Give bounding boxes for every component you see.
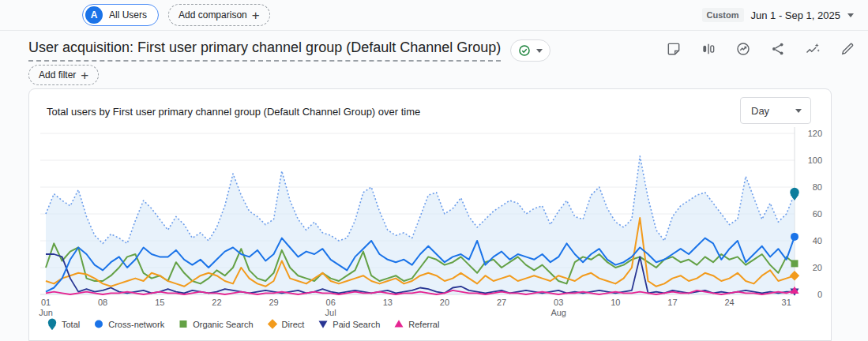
chevron-down-icon (847, 13, 854, 17)
x-axis-label: 13 (383, 298, 393, 307)
date-range-label: Jun 1 - Sep 1, 2025 (751, 9, 840, 21)
pin-icon (47, 318, 58, 330)
top-bar: A All Users Add comparison + Custom Jun … (0, 0, 868, 31)
x-axis-labels: 01Jun0815222906Jul13202703Aug10172431 (39, 298, 791, 317)
y-axis-label: 60 (813, 209, 822, 219)
comparison-icon[interactable] (701, 41, 716, 57)
x-axis-sublabel: Aug (550, 308, 566, 317)
chart-legend: TotalCross-networkOrganic SearchDirectPa… (47, 318, 439, 330)
legend-item-organic-search: Organic Search (178, 318, 253, 330)
report-status-badge[interactable] (510, 39, 550, 62)
audience-chip-label: All Users (109, 9, 147, 21)
date-range-picker[interactable]: Custom Jun 1 - Sep 1, 2025 (702, 8, 854, 22)
triangle-up-marker (395, 320, 404, 327)
time-series-chart: 02040608010012001Jun0815222906Jul1320270… (29, 124, 832, 320)
square-marker (791, 260, 798, 267)
add-comparison-label: Add comparison (178, 9, 247, 21)
report-header: User acquisition: First user primary cha… (28, 39, 550, 62)
y-axis-label: 40 (813, 236, 822, 245)
x-axis-label: 31 (782, 298, 791, 307)
y-axis-label: 120 (808, 129, 822, 138)
x-axis-label: 10 (611, 298, 620, 307)
circle-marker (95, 320, 103, 328)
granularity-select[interactable]: Day (740, 97, 811, 124)
chart-card: Total users by First user primary channe… (28, 88, 832, 341)
legend-label: Referral (408, 320, 439, 329)
x-axis-label: 06 (326, 298, 336, 307)
x-axis-label: 27 (497, 298, 506, 307)
square-marker (180, 320, 187, 328)
auto-insights-icon[interactable] (805, 41, 821, 57)
y-axis-label: 80 (813, 182, 822, 192)
insights-icon[interactable] (735, 41, 751, 57)
audience-chip-all-users[interactable]: A All Users (82, 4, 159, 26)
x-axis-sublabel: Jul (325, 308, 336, 317)
plus-icon: + (81, 69, 88, 82)
legend-item-paid-search: Paid Search (318, 318, 380, 330)
circle-marker (791, 233, 798, 241)
circle-icon (93, 318, 104, 330)
legend-item-cross-network: Cross-network (93, 318, 164, 330)
x-axis-label: 24 (724, 298, 734, 307)
y-axis-label: 0 (817, 290, 822, 299)
y-axis-label: 20 (813, 263, 822, 272)
granularity-value: Day (751, 105, 769, 117)
add-comparison-button[interactable]: Add comparison + (168, 4, 270, 26)
legend-label: Total (62, 320, 80, 329)
check-circle-icon (518, 44, 531, 57)
x-axis-label: 03 (554, 298, 563, 307)
triangle-up-icon (393, 318, 404, 330)
legend-label: Direct (282, 320, 305, 329)
pin-marker (48, 319, 56, 331)
x-axis-label: 17 (667, 298, 677, 307)
x-axis-label: 29 (269, 298, 278, 307)
square-icon (178, 318, 189, 330)
legend-item-total: Total (47, 318, 80, 330)
y-axis-label: 100 (808, 156, 822, 165)
add-filter-button[interactable]: Add filter + (28, 65, 99, 85)
chart-title: Total users by First user primary channe… (47, 106, 420, 118)
legend-label: Paid Search (333, 320, 380, 329)
x-axis-label: 22 (212, 298, 221, 307)
diamond-marker (267, 319, 276, 328)
date-range-type-chip: Custom (702, 8, 744, 22)
chevron-down-icon (536, 49, 543, 53)
legend-label: Organic Search (193, 320, 253, 329)
triangle-down-icon (318, 318, 329, 330)
legend-item-direct: Direct (267, 318, 305, 330)
diamond-icon (267, 318, 278, 330)
legend-label: Cross-network (108, 320, 164, 329)
chevron-down-icon (795, 109, 802, 113)
add-filter-label: Add filter (39, 69, 76, 81)
page-title[interactable]: User acquisition: First user primary cha… (28, 39, 501, 62)
share-icon[interactable] (770, 41, 786, 57)
plus-icon: + (252, 9, 260, 22)
area-fill-total (46, 156, 795, 294)
x-axis-label: 15 (155, 298, 164, 307)
edit-icon[interactable] (840, 41, 855, 57)
x-axis-sublabel: Jun (39, 308, 53, 317)
x-axis-label: 08 (98, 298, 107, 307)
x-axis-label: 20 (440, 298, 449, 307)
pin-marker (790, 188, 798, 200)
x-axis-label: 01 (41, 298, 51, 307)
triangle-down-marker (319, 321, 328, 328)
audience-avatar: A (85, 6, 103, 24)
report-toolbar (666, 41, 855, 57)
note-icon[interactable] (666, 41, 682, 57)
legend-item-referral: Referral (393, 318, 439, 330)
